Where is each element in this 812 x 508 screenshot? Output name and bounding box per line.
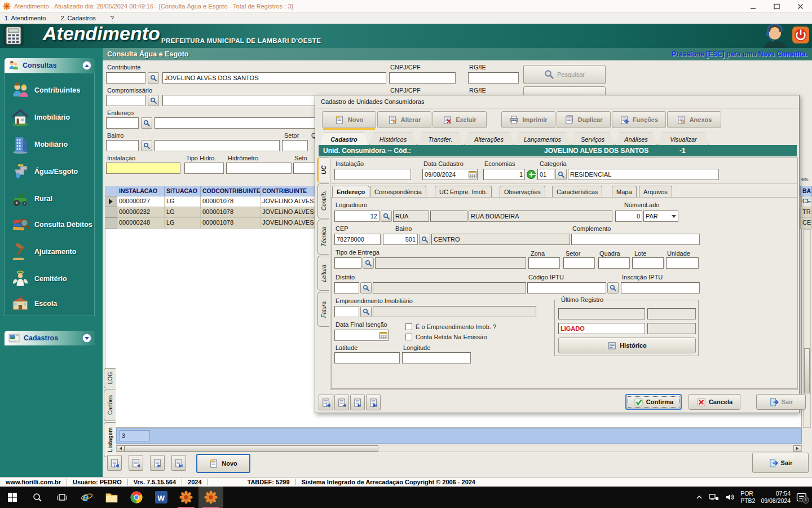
contribuinte-name-field[interactable]: JOVELINO ALVES DOS SANTOS: [162, 72, 386, 84]
file-explorer-icon[interactable]: [99, 487, 124, 508]
dialog-excluir-button[interactable]: Excluir: [433, 111, 487, 128]
dialog-novo-button[interactable]: Novo: [322, 111, 376, 128]
bairro-name-field[interactable]: [155, 140, 280, 151]
historico-button[interactable]: Histórico: [558, 338, 696, 353]
scrollbar-thumb[interactable]: [125, 445, 378, 452]
tipo-entrega-code-field[interactable]: [334, 257, 361, 269]
menu-item-cadastros[interactable]: 2. Cadastros: [60, 15, 95, 21]
logradouro-lookup-button[interactable]: [381, 211, 392, 222]
tab-visualizar[interactable]: Visualizar: [658, 133, 709, 145]
add-economia-icon[interactable]: [527, 170, 536, 179]
notification-center-icon[interactable]: 1: [796, 492, 807, 502]
sidebar-item-escola[interactable]: Escola: [11, 291, 93, 316]
calendar-icon[interactable]: [469, 170, 476, 178]
tab-cadastro[interactable]: Cadastro: [320, 133, 368, 145]
subtab-uc-empre-imob[interactable]: UC Empre. Imob.: [435, 186, 492, 197]
sidebar-item-agua-esgoto[interactable]: Água/Esgoto: [11, 159, 93, 184]
lote-field[interactable]: [632, 257, 664, 269]
subtab-mapa[interactable]: Mapa: [612, 186, 637, 197]
internet-explorer-icon[interactable]: e: [74, 487, 99, 508]
minimize-button[interactable]: [743, 1, 762, 11]
task-view-button[interactable]: [50, 487, 74, 508]
zona-field[interactable]: [528, 257, 560, 269]
menu-item-atendimento[interactable]: 1. Atendimento: [5, 15, 46, 21]
table-cell[interactable]: LG: [165, 196, 201, 207]
tab-cartoes[interactable]: Cartões: [104, 389, 116, 421]
numero-field[interactable]: 0: [615, 211, 642, 222]
categoria-code-field[interactable]: 01: [537, 169, 554, 180]
distrito-code-field[interactable]: [334, 282, 359, 294]
tab-transfer[interactable]: Transfer.: [418, 133, 463, 145]
dialog-record-next-button[interactable]: [350, 395, 365, 410]
empreendimento-lookup-button[interactable]: [360, 306, 372, 317]
inscricao-iptu-field[interactable]: [621, 282, 700, 294]
row-selector[interactable]: [105, 218, 117, 229]
chevron-up-icon[interactable]: [82, 61, 91, 70]
sidebar-item-mobiliario[interactable]: Mobiliário: [11, 132, 93, 157]
sidebar-item-consulta-debitos[interactable]: Consulta Débitos: [11, 212, 93, 237]
logradouro-tipo-field[interactable]: RUA: [393, 211, 429, 222]
compromissario-lookup-button[interactable]: [148, 95, 159, 106]
categoria-desc-field[interactable]: RESIDENCIAL: [568, 169, 719, 180]
start-button[interactable]: [0, 487, 25, 508]
rg-ie-field[interactable]: [468, 72, 519, 84]
tab-uc[interactable]: UC: [317, 157, 329, 182]
lado-dropdown[interactable]: PAR: [643, 211, 678, 222]
subtab-observacoes[interactable]: Observações: [500, 186, 545, 197]
tab-leitura[interactable]: Leitura: [317, 256, 329, 291]
bairro-lookup-button[interactable]: [141, 140, 152, 151]
tab-lancamentos[interactable]: Lançamentos: [515, 133, 570, 145]
dialog-record-prev-button[interactable]: [334, 395, 349, 410]
conta-retida-checkbox[interactable]: [405, 334, 412, 340]
complemento-field[interactable]: [571, 234, 700, 245]
tipo-entrega-desc-field[interactable]: [375, 257, 526, 269]
latitude-field[interactable]: [334, 352, 400, 364]
row-selector[interactable]: [105, 207, 117, 218]
table-cell[interactable]: 000001078: [201, 196, 261, 207]
compromissario-code-field[interactable]: [106, 95, 145, 106]
subtab-endereco[interactable]: Endereço: [332, 186, 369, 197]
dialog-duplicar-button[interactable]: Duplicar: [557, 111, 611, 128]
logradouro-code-field[interactable]: 12: [334, 211, 379, 222]
col-header-instalacao[interactable]: INSTALACAO: [117, 186, 165, 196]
table-cell[interactable]: 000001078: [201, 207, 261, 218]
setor-field[interactable]: [563, 257, 595, 269]
dialog-imprimir-button[interactable]: Imprimir: [501, 111, 555, 128]
setor-field[interactable]: [282, 140, 308, 151]
economias-field[interactable]: 1: [483, 169, 525, 180]
novo-button[interactable]: Novo: [196, 454, 250, 473]
pesquisar-button[interactable]: Pesquisar: [523, 65, 606, 84]
network-icon[interactable]: [709, 493, 719, 502]
bairro-lookup-button[interactable]: [419, 234, 430, 245]
clock[interactable]: 07:54 09/08/2024: [761, 490, 791, 505]
tipo-hidro-field[interactable]: [184, 163, 224, 174]
dialog-alterar-button[interactable]: Alterar: [377, 111, 431, 128]
table-row[interactable]: 000000248: [117, 218, 165, 229]
table-cell[interactable]: LG: [165, 218, 201, 229]
power-exit-icon[interactable]: [792, 26, 810, 44]
col-header-situacao[interactable]: SITUACAO: [165, 186, 201, 196]
tipo-entrega-lookup-button[interactable]: [363, 257, 374, 269]
logradouro-nome-field[interactable]: RUA BOIADEIRA: [469, 211, 612, 222]
bairro-nome-field[interactable]: CENTRO: [431, 234, 570, 245]
dialog-record-first-button[interactable]: [319, 395, 333, 410]
dialog-record-last-button[interactable]: [366, 395, 381, 410]
subtab-caracteristicas[interactable]: Características: [552, 186, 602, 197]
table-cell[interactable]: LG: [165, 207, 201, 218]
speaker-icon[interactable]: [725, 493, 735, 502]
chevron-down-icon[interactable]: [82, 334, 91, 343]
codigo-iptu-field[interactable]: [527, 282, 606, 294]
data-final-isencao-field[interactable]: [334, 330, 389, 341]
tray-chevron-up-icon[interactable]: [695, 493, 703, 501]
bairro-code-field[interactable]: 501: [383, 234, 418, 245]
table-cell[interactable]: 000001078: [201, 218, 261, 229]
record-next-button[interactable]: [150, 455, 165, 471]
record-prev-button[interactable]: [129, 455, 143, 471]
unidade-field[interactable]: [666, 257, 699, 269]
sidebar-item-imobiliario[interactable]: Imobiliário: [11, 105, 93, 130]
language-indicator[interactable]: POR PTB2: [740, 490, 755, 505]
quadra-field[interactable]: [598, 257, 630, 269]
data-cadastro-field[interactable]: 09/08/2024: [422, 169, 478, 180]
col-header-codcontribuinte[interactable]: CODCONTRIBUINTE: [201, 186, 261, 196]
tab-contrib[interactable]: Contrib.: [317, 183, 329, 218]
